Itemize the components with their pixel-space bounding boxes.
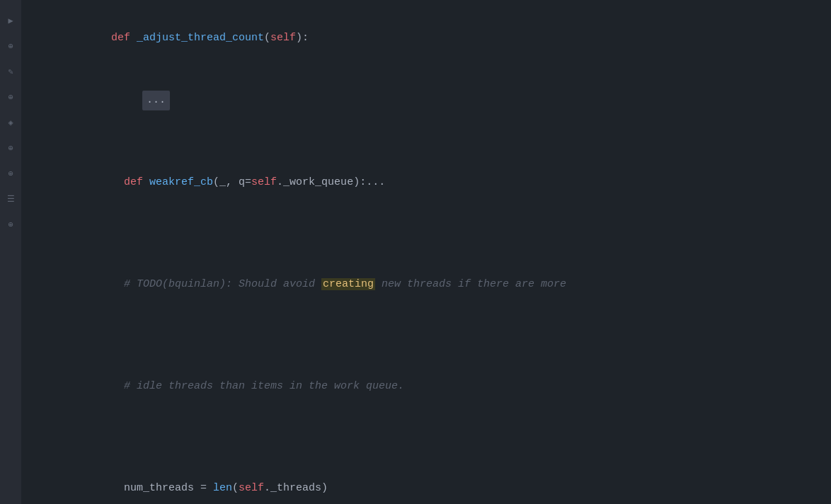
code-text-3: def weakref_cb(_, q=self._work_queue):..… — [53, 133, 831, 232]
left-icon-9: ⊕ — [4, 218, 17, 231]
left-icon-7: ⊕ — [4, 167, 17, 180]
left-panel: ▶ ⊕ ✎ ⊕ ◈ ⊕ ⊕ ☰ ⊕ — [0, 0, 21, 504]
code-line-1: def _adjust_thread_count(self): — [21, 7, 831, 69]
code-line-6: num_threads = len(self._threads) — [21, 437, 831, 504]
left-icon-3: ✎ — [4, 65, 17, 78]
left-icon-8: ☰ — [4, 193, 17, 205]
keyword-def: def — [111, 32, 130, 44]
code-text-4: # TODO(bquinlan): Should avoid creating … — [53, 235, 831, 334]
left-icon-6: ⊕ — [4, 142, 17, 154]
code-container: def _adjust_thread_count(self): ... def … — [21, 0, 831, 504]
self-param: self — [270, 32, 296, 44]
code-text-5: # idle threads than items in the work qu… — [53, 337, 831, 436]
ellipsis-box: ... — [142, 91, 170, 110]
code-text-2: ... — [53, 71, 831, 130]
code-editor: def _adjust_thread_count(self): ... def … — [21, 0, 831, 504]
code-line-5: # idle threads than items in the work qu… — [21, 336, 831, 437]
code-line-3: def weakref_cb(_, q=self._work_queue):..… — [21, 132, 831, 234]
left-icon-4: ⊕ — [4, 91, 17, 103]
left-icon-2: ⊕ — [4, 40, 17, 52]
left-icon-1: ▶ — [4, 14, 17, 27]
code-text-1: def _adjust_thread_count(self): — [53, 8, 831, 68]
func-name: _adjust_thread_count — [137, 32, 264, 44]
code-line-4: # TODO(bquinlan): Should avoid creating … — [21, 234, 831, 336]
code-text-6: num_threads = len(self._threads) — [53, 439, 831, 504]
code-line-2: ... — [21, 69, 831, 132]
left-icon-5: ◈ — [4, 116, 17, 129]
